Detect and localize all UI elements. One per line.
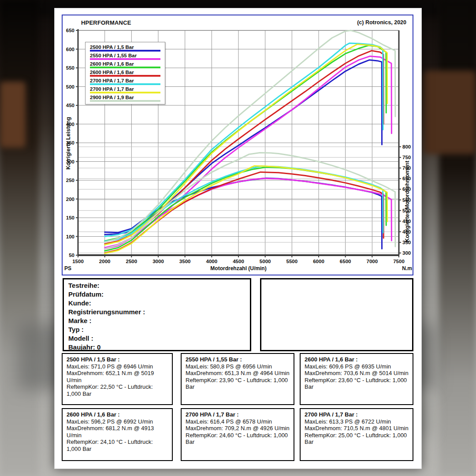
svg-text:600: 600 xyxy=(66,47,74,52)
legend-color-bar xyxy=(90,83,160,85)
svg-text:PS: PS xyxy=(64,265,71,271)
result-line: ReftempKor: 24,10 °C - Luftdruck: 1,000 … xyxy=(67,439,168,452)
legend-label: 2900 HPA / 1,9 Bar xyxy=(90,95,160,100)
legend-item: 2550 HPA / 1,55 Bar xyxy=(86,52,165,61)
svg-text:2000: 2000 xyxy=(99,259,111,264)
legend-item: 2600 HPA / 1,6 Bar xyxy=(86,69,165,78)
legend-item: 2600 HPA / 1,6 Bar xyxy=(86,61,165,69)
result-title: 2600 HPA / 1,6 Bar : xyxy=(305,356,409,363)
result-box: 2600 HPA / 1,6 Bar :MaxLeis: 596,2 PS @ … xyxy=(62,408,173,461)
result-line: MaxLeis: 616,4 PS @ 6578 U/min xyxy=(186,418,290,425)
info-line: Registrierungsnummer : xyxy=(68,308,245,316)
result-line: ReftempKor: 24,60 °C - Luftdruck: 1,000 … xyxy=(186,432,290,446)
svg-text:2500: 2500 xyxy=(126,259,138,264)
svg-text:3500: 3500 xyxy=(179,259,191,264)
legend-item: 2700 HPA / 1,7 Bar xyxy=(86,78,165,86)
result-line: ReftempKor: 23,60 °C - Luftdruck: 1,000 … xyxy=(305,377,409,390)
svg-text:7500: 7500 xyxy=(393,259,405,264)
svg-text:1500: 1500 xyxy=(72,259,84,264)
result-line: ReftempKor: 23,90 °C - Luftdruck: 1,000 … xyxy=(186,377,290,390)
empty-info-box xyxy=(260,278,413,351)
legend-color-bar xyxy=(90,92,160,93)
legend-label: 2700 HPA / 1,7 Bar xyxy=(90,78,160,83)
result-line: ReftempKor: 22,50 °C - Luftdruck: 1,000 … xyxy=(67,383,168,397)
result-line: MaxDrehmom: 651,3 N.m @ 4964 U/min xyxy=(186,370,290,377)
result-line: MaxDrehmom: 710,5 N.m @ 4801 U/min xyxy=(305,425,409,432)
result-box: 2700 HPA / 1,7 Bar :MaxLeis: 613,3 PS @ … xyxy=(300,408,413,461)
legend-label: 2700 HPA / 1,7 Bar xyxy=(90,86,160,92)
legend-label: 2500 HPA / 1,5 Bar xyxy=(90,45,160,50)
result-line: ReftempKor: 25,00 °C - Luftdruck: 1,000 … xyxy=(305,432,409,446)
result-line: MaxDrehmom: 652,1 N.m @ 5019 U/min xyxy=(67,370,168,383)
info-line: Marke : xyxy=(68,316,245,325)
info-line: Kunde: xyxy=(68,299,245,308)
info-line: Typ : xyxy=(68,325,245,334)
result-line: MaxLeis: 613,3 PS @ 6722 U/min xyxy=(305,418,409,425)
info-line: Testreihe: xyxy=(68,281,245,290)
dyno-report-page: HPERFORMANCE (c) Rotronics, 2020 5010015… xyxy=(54,8,422,469)
result-box: 2500 HPA / 1,5 Bar :MaxLeis: 571,0 PS @ … xyxy=(62,353,173,405)
svg-text:3000: 3000 xyxy=(152,259,164,264)
result-line: MaxLeis: 596,2 PS @ 6992 U/min xyxy=(67,418,168,425)
chart-title: HPERFORMANCE xyxy=(81,19,131,26)
result-title: 2500 HPA / 1,5 Bar : xyxy=(67,356,168,363)
background-right-chair xyxy=(423,71,476,154)
svg-text:4500: 4500 xyxy=(233,259,244,264)
info-line: Modell : xyxy=(68,334,245,343)
info-line: Baujahr: 0 xyxy=(68,343,245,352)
svg-text:7000: 7000 xyxy=(367,259,378,264)
svg-text:150: 150 xyxy=(66,215,74,220)
result-line: MaxDrehmom: 703,6 N.m @ 5014 U/min xyxy=(305,370,409,377)
svg-text:6000: 6000 xyxy=(313,259,324,264)
result-line: MaxLeis: 580,8 PS @ 6956 U/min xyxy=(186,363,290,370)
test-info-box: Testreihe:Prüfdatum:Kunde:Registrierungs… xyxy=(63,278,251,351)
result-box: 2700 HPA / 1,7 Bar :MaxLeis: 616,4 PS @ … xyxy=(181,408,294,461)
svg-text:550: 550 xyxy=(66,65,74,71)
svg-text:50: 50 xyxy=(69,253,74,258)
legend-label: 2600 HPA / 1,6 Bar xyxy=(90,61,160,67)
chart-legend: 2500 HPA / 1,5 Bar2550 HPA / 1,55 Bar260… xyxy=(85,42,165,104)
legend-label: 2550 HPA / 1,55 Bar xyxy=(90,53,160,58)
legend-color-bar xyxy=(90,67,160,68)
svg-text:Motordrehzahl (U/min): Motordrehzahl (U/min) xyxy=(210,265,266,271)
result-title: 2600 HPA / 1,6 Bar : xyxy=(67,411,168,418)
legend-color-bar xyxy=(90,100,160,102)
result-title: 2700 HPA / 1,7 Bar : xyxy=(186,411,290,418)
svg-text:5500: 5500 xyxy=(286,259,298,264)
info-line: Prüfdatum: xyxy=(68,290,245,299)
background-left-chair xyxy=(0,82,26,148)
svg-text:650: 650 xyxy=(66,28,74,33)
legend-item: 2500 HPA / 1,5 Bar xyxy=(86,44,165,52)
legend-item: 2900 HPA / 1,9 Bar xyxy=(86,94,165,103)
background-left-pillar xyxy=(0,0,39,476)
result-box: 2550 HPA / 1,55 Bar :MaxLeis: 580,8 PS @… xyxy=(181,353,294,405)
result-line: MaxLeis: 609,6 PS @ 6935 U/min xyxy=(305,363,409,370)
svg-text:100: 100 xyxy=(66,234,74,239)
svg-text:5000: 5000 xyxy=(260,259,271,264)
left-axis-title: Korrigierte Leistung xyxy=(65,77,72,209)
legend-label: 2600 HPA / 1,6 Bar xyxy=(90,70,160,75)
result-line: MaxLeis: 571,0 PS @ 6946 U/min xyxy=(67,363,168,370)
dyno-chart-frame: HPERFORMANCE (c) Rotronics, 2020 5010015… xyxy=(62,15,413,275)
result-line: MaxDrehmom: 681,2 N.m @ 4913 U/min xyxy=(67,425,168,439)
legend-item: 2700 HPA / 1,7 Bar xyxy=(86,86,165,94)
right-axis-title: Korrigiertes Motordrehmoment xyxy=(404,129,411,274)
result-title: 2550 HPA / 1,55 Bar : xyxy=(186,356,290,363)
result-title: 2700 HPA / 1,7 Bar : xyxy=(305,411,409,418)
legend-color-bar xyxy=(90,58,160,60)
svg-text:4000: 4000 xyxy=(206,259,218,264)
legend-color-bar xyxy=(90,50,160,52)
svg-text:6500: 6500 xyxy=(340,259,351,264)
result-box: 2600 HPA / 1,6 Bar :MaxLeis: 609,6 PS @ … xyxy=(300,353,413,405)
legend-color-bar xyxy=(90,75,160,77)
copyright-label: (c) Rotronics, 2020 xyxy=(357,19,406,26)
result-line: MaxDrehmom: 709,2 N.m @ 4926 U/min xyxy=(186,425,290,432)
